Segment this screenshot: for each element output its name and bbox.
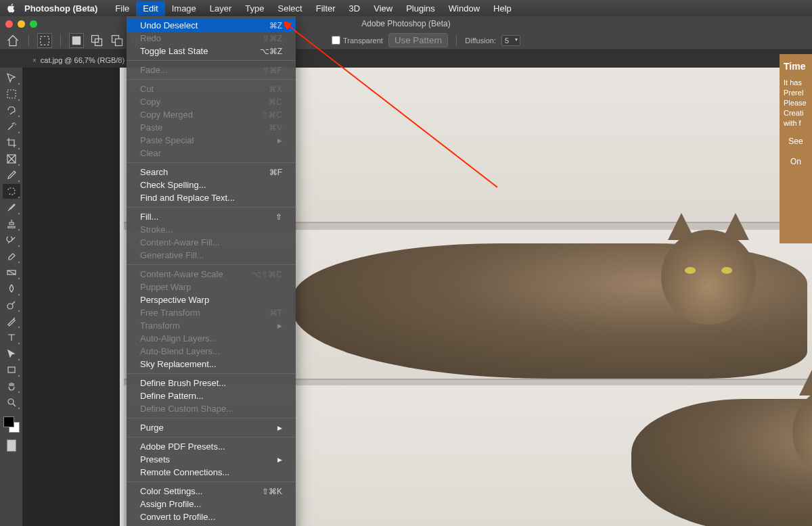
- menu-item-adobe-pdf-presets[interactable]: Adobe PDF Presets...: [127, 440, 296, 453]
- menu-item-undo-deselect[interactable]: Undo Deselect⌘Z: [127, 19, 296, 32]
- menu-separator: [127, 437, 296, 437]
- minimize-window-icon[interactable]: [18, 20, 25, 28]
- menu-item-convert-to-profile[interactable]: Convert to Profile...: [127, 510, 296, 523]
- menu-layer[interactable]: Layer: [203, 1, 239, 16]
- menu-separator: [127, 264, 296, 265]
- diffusion-label: Diffusion:: [465, 37, 496, 45]
- menu-filter[interactable]: Filter: [309, 1, 342, 16]
- menu-item-puppet-warp: Puppet Warp: [127, 281, 296, 293]
- close-window-icon[interactable]: [5, 20, 13, 28]
- separator: [456, 34, 457, 47]
- menu-separator: [127, 373, 296, 374]
- workspace: [0, 68, 812, 526]
- tool-history-brush[interactable]: [3, 233, 20, 247]
- notification-button-1[interactable]: See: [784, 135, 808, 147]
- tool-wand[interactable]: [3, 119, 20, 134]
- document-tab[interactable]: × cat.jpg @ 66,7% (RGB/8) *: [27, 53, 137, 68]
- menu-item-define-pattern[interactable]: Define Pattern...: [127, 389, 296, 402]
- menubar: Photoshop (Beta) FileEditImageLayerTypeS…: [0, 0, 812, 16]
- tool-frame[interactable]: [3, 151, 20, 166]
- notification-button-2[interactable]: On: [784, 156, 808, 168]
- tool-eyedropper[interactable]: [3, 168, 20, 183]
- menu-item-assign-profile[interactable]: Assign Profile...: [127, 498, 296, 510]
- menu-3d[interactable]: 3D: [342, 1, 367, 16]
- apple-logo-icon: [7, 3, 16, 13]
- menu-item-remote-connections[interactable]: Remote Connections...: [127, 466, 296, 479]
- tool-lasso[interactable]: [3, 103, 20, 118]
- transparent-checkbox[interactable]: Transparent: [332, 36, 383, 45]
- selection-new-icon[interactable]: [69, 33, 84, 48]
- menu-view[interactable]: View: [367, 1, 399, 16]
- menu-plugins[interactable]: Plugins: [399, 1, 442, 16]
- menu-window[interactable]: Window: [442, 1, 487, 16]
- use-pattern-button[interactable]: Use Pattern: [388, 33, 448, 47]
- tool-gradient[interactable]: [3, 265, 20, 280]
- menu-item-generative-fill: Generative Fill...: [127, 249, 296, 262]
- tool-stamp[interactable]: [3, 216, 20, 231]
- document-tab-label: cat.jpg @ 66,7% (RGB/8) *: [41, 56, 130, 64]
- menu-edit[interactable]: Edit: [136, 1, 164, 16]
- svg-point-12: [7, 304, 13, 309]
- patch-tool-icon[interactable]: [37, 33, 52, 48]
- submenu-arrow-icon: ▶: [277, 137, 282, 144]
- menu-item-free-transform: Free Transform⌘T: [127, 306, 296, 319]
- menu-item-stroke: Stroke...: [127, 223, 296, 236]
- tool-path-select[interactable]: [3, 346, 20, 361]
- notification-text: with f: [784, 119, 808, 127]
- home-icon[interactable]: [5, 33, 20, 48]
- menu-item-define-brush-preset[interactable]: Define Brush Preset...: [127, 377, 296, 389]
- selection-subtract-icon[interactable]: [110, 33, 125, 48]
- menu-item-color-settings[interactable]: Color Settings...⇧⌘K: [127, 485, 296, 498]
- menu-item-perspective-warp[interactable]: Perspective Warp: [127, 293, 296, 306]
- menu-item-search[interactable]: Search⌘F: [127, 166, 296, 178]
- diffusion-select[interactable]: 5: [501, 35, 520, 46]
- menu-help[interactable]: Help: [487, 1, 518, 16]
- menu-item-toggle-last-state[interactable]: Toggle Last State⌥⌘Z: [127, 45, 296, 57]
- titlebar: Adobe Photoshop (Beta): [0, 16, 812, 31]
- menu-item-sky-replacement[interactable]: Sky Replacement...: [127, 358, 296, 370]
- submenu-arrow-icon: ▶: [277, 425, 282, 431]
- tool-zoom[interactable]: [3, 395, 20, 410]
- menu-type[interactable]: Type: [238, 1, 271, 16]
- tool-rectangle[interactable]: [3, 362, 20, 377]
- menu-select[interactable]: Select: [271, 1, 309, 16]
- tool-crop[interactable]: [3, 135, 20, 150]
- menu-item-presets[interactable]: Presets▶: [127, 453, 296, 466]
- tool-type[interactable]: [3, 330, 20, 345]
- menu-separator: [127, 207, 296, 208]
- menu-item-redo: Redo⇧⌘Z: [127, 32, 296, 45]
- tool-patch[interactable]: [3, 184, 20, 199]
- tool-brush[interactable]: [3, 200, 20, 215]
- menu-image[interactable]: Image: [165, 1, 203, 16]
- menu-item-purge[interactable]: Purge▶: [127, 421, 296, 434]
- tool-eraser[interactable]: [3, 249, 20, 264]
- menu-separator: [127, 481, 296, 482]
- tool-pen[interactable]: [3, 314, 20, 329]
- menu-item-fill[interactable]: Fill...⇧: [127, 210, 296, 223]
- svg-rect-0: [41, 36, 49, 45]
- tools-panel: [0, 68, 22, 526]
- svg-rect-13: [8, 367, 15, 373]
- menu-item-content-aware-scale: Content-Aware Scale⌥⇧⌘C: [127, 268, 296, 281]
- notification-panel[interactable]: Time It hasPrerelPleaseCreatiwith f See …: [780, 54, 812, 243]
- quick-mask-icon[interactable]: [7, 439, 16, 452]
- menu-item-find-and-replace-text[interactable]: Find and Replace Text...: [127, 191, 296, 204]
- menu-separator: [127, 162, 296, 163]
- app-name: Photoshop (Beta): [24, 3, 97, 14]
- tool-dodge[interactable]: [3, 297, 20, 312]
- tool-blur[interactable]: [3, 281, 20, 296]
- selection-add-icon[interactable]: [89, 33, 104, 48]
- tool-hand[interactable]: [3, 379, 20, 393]
- svg-rect-1: [72, 36, 81, 45]
- tool-marquee[interactable]: [3, 87, 20, 101]
- menu-item-paste-special: Paste Special▶: [127, 134, 296, 147]
- menu-item-check-spelling[interactable]: Check Spelling...: [127, 178, 296, 191]
- maximize-window-icon[interactable]: [30, 20, 37, 28]
- tool-move[interactable]: [3, 70, 20, 85]
- close-tab-icon[interactable]: ×: [32, 57, 37, 64]
- notification-text: Creati: [784, 109, 808, 117]
- menu-file[interactable]: File: [108, 1, 136, 16]
- color-swatch[interactable]: [3, 416, 20, 433]
- window-title: Adobe Photoshop (Beta): [361, 19, 450, 28]
- menu-item-paste: Paste⌘V: [127, 121, 296, 134]
